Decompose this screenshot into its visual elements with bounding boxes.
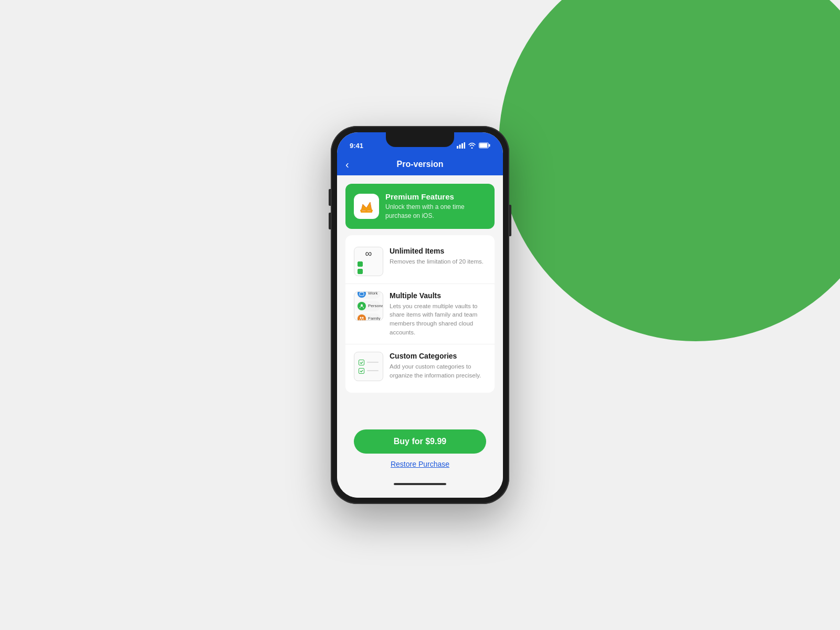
vault-work: Work [356, 291, 381, 299]
signal-icon [457, 142, 465, 149]
home-indicator-area [345, 480, 495, 489]
restore-purchase-link[interactable]: Restore Purchase [354, 460, 486, 468]
phone-screen: 9:41 [337, 132, 503, 498]
bottom-section: Buy for $9.99 Restore Purchase [345, 423, 495, 474]
svg-point-15 [362, 317, 364, 318]
list-mock-row-2 [358, 269, 364, 274]
cat-check-2 [359, 368, 364, 374]
svg-rect-0 [457, 146, 458, 149]
unlimited-icon-wrap: ∞ [354, 247, 383, 276]
feature-multiple-vaults: Work Personal [345, 284, 495, 345]
spacer [345, 399, 495, 417]
feature-1-desc: Removes the limitation of 20 items. [390, 257, 486, 266]
svg-rect-3 [464, 142, 466, 149]
premium-subtitle: Unlock them with a one time purchase on … [385, 203, 486, 220]
svg-rect-2 [461, 143, 463, 149]
home-bar [394, 483, 446, 485]
svg-point-13 [361, 304, 363, 306]
crown-icon [359, 199, 374, 214]
categories-icon-wrap [354, 352, 383, 381]
main-content: Premium Features Unlock them with a one … [337, 175, 503, 498]
premium-text: Premium Features Unlock them with a one … [385, 192, 486, 220]
unlimited-icon: ∞ [354, 247, 383, 276]
cat-row-1 [359, 360, 379, 365]
cat-check-1 [359, 360, 364, 365]
infinity-symbol: ∞ [365, 248, 372, 259]
categories-icon [354, 355, 383, 378]
vaults-icon: Work Personal [354, 291, 383, 321]
status-time: 9:41 [350, 142, 363, 150]
svg-rect-1 [459, 145, 461, 149]
svg-rect-5 [489, 144, 490, 147]
svg-rect-11 [361, 211, 372, 213]
feature-1-title: Unlimited Items [390, 247, 486, 255]
feature-unlimited-items: ∞ [345, 239, 495, 284]
svg-rect-6 [480, 143, 488, 148]
phone-frame: 9:41 [331, 126, 509, 504]
feature-3-desc: Add your custom categories to organize t… [390, 362, 486, 380]
volume-down-button [329, 213, 331, 229]
vault-personal-avatar [358, 302, 366, 310]
feature-2-desc: Lets you create multiple vaults to share… [390, 302, 486, 337]
premium-title: Premium Features [385, 192, 486, 201]
feature-1-text: Unlimited Items Removes the limitation o… [390, 247, 486, 266]
svg-marker-7 [361, 202, 372, 211]
features-list: ∞ [345, 235, 495, 393]
vault-work-label: Work [368, 291, 378, 296]
phone-notch [386, 132, 454, 147]
cat-line-1 [367, 362, 379, 363]
feature-2-text: Multiple Vaults Lets you create multiple… [390, 291, 486, 337]
volume-up-button [329, 189, 331, 206]
battery-icon [479, 142, 490, 149]
vault-personal: Personal [356, 301, 381, 311]
feature-2-title: Multiple Vaults [390, 291, 486, 300]
svg-rect-12 [360, 292, 364, 296]
navigation-bar: ‹ Pro-version [337, 155, 503, 175]
power-button [509, 205, 511, 236]
list-mock-row-1 [358, 261, 364, 267]
feature-3-title: Custom Categories [390, 352, 486, 360]
phone-mockup: 9:41 [331, 126, 509, 504]
vault-work-avatar [358, 291, 366, 298]
premium-banner: Premium Features Unlock them with a one … [345, 184, 495, 229]
check-2 [358, 269, 363, 274]
vault-family-label: Family [368, 316, 381, 321]
svg-point-14 [360, 317, 362, 318]
back-button[interactable]: ‹ [345, 159, 349, 171]
vault-personal-label: Personal [368, 303, 383, 308]
vaults-icon-wrap: Work Personal [354, 291, 383, 321]
premium-icon [354, 194, 379, 219]
vault-family-avatar [358, 314, 366, 321]
feature-3-text: Custom Categories Add your custom catego… [390, 352, 486, 380]
cat-row-2 [359, 368, 379, 374]
page-title: Pro-version [397, 160, 444, 169]
background-decoration [499, 0, 840, 341]
feature-custom-categories: Custom Categories Add your custom catego… [345, 344, 495, 388]
wifi-icon [468, 142, 476, 149]
buy-button[interactable]: Buy for $9.99 [354, 429, 486, 454]
check-1 [358, 261, 363, 267]
vault-family: Family [356, 313, 381, 321]
status-icons [457, 142, 490, 149]
cat-line-2 [367, 370, 379, 371]
